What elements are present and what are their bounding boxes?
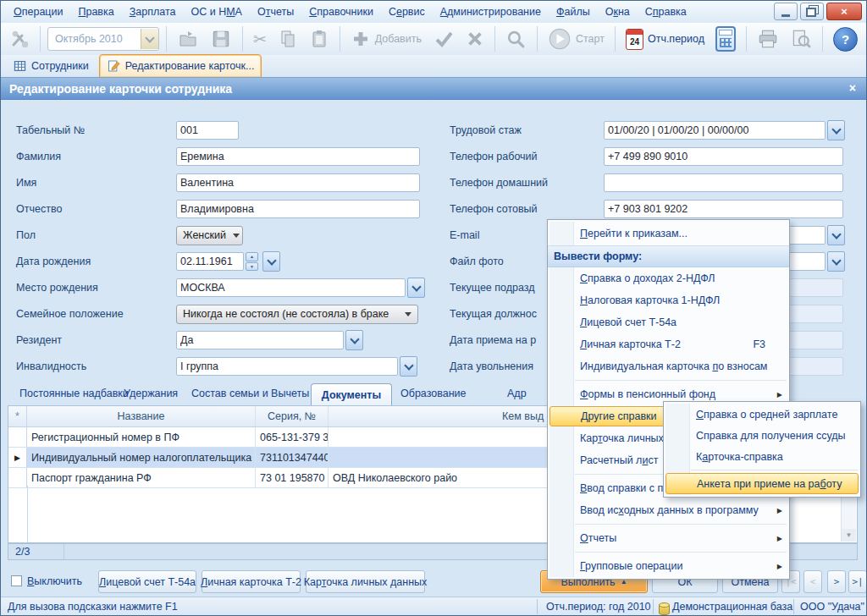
preview-button[interactable] bbox=[787, 28, 815, 50]
disable-checkbox[interactable] bbox=[11, 575, 22, 586]
menu-item-individual-card[interactable]: Индивидуальная карточка по взносам bbox=[548, 355, 789, 377]
cut-button[interactable]: ✂ bbox=[250, 30, 270, 49]
menu-fixed-assets[interactable]: ОС и НМА bbox=[183, 3, 249, 21]
menu-windows[interactable]: Окна bbox=[598, 3, 638, 21]
resident-input[interactable] bbox=[176, 331, 344, 349]
disable-checkbox-label[interactable]: Выключить bbox=[27, 575, 82, 587]
resident-dropdown-button[interactable] bbox=[345, 330, 363, 350]
name-column-header[interactable]: Название bbox=[27, 406, 256, 426]
detail-tab-documents[interactable]: Документы bbox=[311, 383, 392, 405]
photo-file-dropdown-button[interactable] bbox=[827, 251, 845, 272]
spin-up-icon[interactable]: ▲ bbox=[246, 252, 258, 261]
menu-administration[interactable]: Администрирование bbox=[433, 3, 549, 21]
menu-item-goto-orders[interactable]: Перейти к приказам... bbox=[548, 222, 789, 245]
submenu-item-card-certificate[interactable]: Карточка-справка bbox=[664, 446, 860, 467]
start-button[interactable]: Старт bbox=[544, 27, 608, 51]
menu-item-t54a[interactable]: Лицевой счет Т-54а bbox=[548, 311, 789, 333]
birthplace-dropdown-button[interactable] bbox=[407, 278, 425, 298]
panel-close-icon[interactable]: × bbox=[849, 81, 856, 95]
detail-tab-allowances[interactable]: Постоянные надбавки bbox=[19, 388, 129, 399]
period-selector[interactable]: Октябрь 2010 bbox=[47, 27, 159, 51]
menu-item-t2[interactable]: Личная карточка Т-2 F3 bbox=[548, 333, 789, 355]
nav-next-button[interactable]: > bbox=[827, 570, 846, 593]
tab-card-editing[interactable]: Редактирование карточк... bbox=[99, 54, 262, 78]
paste-button[interactable] bbox=[306, 28, 333, 50]
chevron-down-icon bbox=[267, 256, 276, 265]
menu-operations[interactable]: Операции bbox=[6, 3, 70, 21]
menu-item-reports[interactable]: Отчеты ▶ bbox=[548, 527, 789, 549]
birthdate-input[interactable] bbox=[176, 252, 244, 271]
menu-help[interactable]: Справка bbox=[638, 3, 694, 21]
status-separator bbox=[653, 599, 654, 614]
report-period-button[interactable]: 24 Отч.период bbox=[622, 29, 708, 50]
menu-item-label: Справка о доходах 2-НДФЛ bbox=[580, 272, 715, 284]
tab-employees[interactable]: Сотрудники bbox=[6, 55, 96, 77]
panel-titlebar: Редактирование карточки сотрудника × bbox=[1, 77, 866, 100]
search-button[interactable] bbox=[502, 29, 530, 50]
confirm-button[interactable] bbox=[429, 29, 458, 49]
menu-reports[interactable]: Отчеты bbox=[250, 3, 301, 21]
minimize-button[interactable] bbox=[774, 3, 798, 20]
scroll-down-icon[interactable]: ▼ bbox=[842, 529, 856, 542]
nav-last-button[interactable]: >| bbox=[848, 570, 867, 593]
menu-item-2ndfl[interactable]: Справка о доходах 2-НДФЛ bbox=[548, 267, 789, 289]
print-button[interactable] bbox=[754, 28, 782, 50]
chevron-down-icon bbox=[411, 282, 421, 291]
menu-salary[interactable]: Зарплата bbox=[122, 3, 184, 21]
detail-tab-family[interactable]: Состав семьи и Вычеты bbox=[191, 388, 309, 399]
marital-status-combo[interactable]: Никогда не состоял (не состояла) в браке bbox=[176, 305, 418, 324]
birthplace-input[interactable] bbox=[176, 278, 406, 297]
help-button[interactable]: ? bbox=[830, 27, 861, 52]
save-button[interactable] bbox=[207, 28, 235, 50]
delete-button[interactable] bbox=[462, 30, 488, 48]
personal-data-card-label: Карточка личных данных bbox=[304, 576, 428, 588]
menu-directories[interactable]: Справочники bbox=[301, 3, 381, 21]
menu-item-1ndfl[interactable]: Налоговая карточка 1-НДФЛ bbox=[548, 289, 789, 311]
detail-tab-deductions[interactable]: Удержания bbox=[124, 388, 178, 399]
disability-input[interactable] bbox=[176, 357, 398, 376]
detail-tab-address[interactable]: Адр bbox=[507, 388, 527, 399]
record-counter: 2/3 bbox=[8, 544, 64, 559]
spin-down-icon[interactable]: ▼ bbox=[246, 262, 258, 272]
home-phone-input[interactable] bbox=[604, 173, 843, 192]
disability-dropdown-button[interactable] bbox=[400, 356, 417, 377]
menu-item-label: Анкета при приеме на работу bbox=[697, 478, 842, 490]
add-button[interactable]: Добавить bbox=[347, 29, 425, 49]
open-button[interactable] bbox=[174, 29, 202, 49]
menu-edit[interactable]: Правка bbox=[70, 3, 121, 21]
restore-button[interactable] bbox=[800, 3, 824, 20]
mobile-phone-input[interactable] bbox=[604, 200, 843, 218]
lastname-input[interactable] bbox=[176, 147, 420, 166]
middlename-input[interactable] bbox=[176, 200, 420, 218]
email-dropdown-button[interactable] bbox=[827, 225, 845, 245]
work-phone-input[interactable] bbox=[604, 147, 843, 166]
menu-item-group-operations[interactable]: Групповые операции ▶ bbox=[548, 555, 789, 577]
submenu-item-hiring-questionnaire[interactable]: Анкета при приеме на работу bbox=[665, 473, 859, 494]
menu-files[interactable]: Файлы bbox=[549, 3, 598, 21]
submenu-item-loan-certificate[interactable]: Справка для получения ссуды bbox=[664, 425, 860, 446]
detail-tab-education[interactable]: Образование bbox=[400, 388, 466, 399]
close-button[interactable]: × bbox=[826, 3, 862, 20]
menu-item-label: Справка о средней зарплате bbox=[696, 409, 837, 421]
seniority-dropdown-button[interactable] bbox=[827, 120, 845, 140]
tab-number-input[interactable] bbox=[176, 121, 239, 140]
submenu-item-average-salary[interactable]: Справка о средней зарплате bbox=[664, 404, 860, 425]
tools-button[interactable] bbox=[6, 29, 33, 49]
personal-card-t2-button[interactable]: Личная карточка Т-2 bbox=[202, 570, 301, 593]
period-dropdown-button[interactable] bbox=[141, 29, 158, 49]
gender-value: Женский bbox=[183, 229, 226, 241]
birthdate-stepper[interactable]: ▲ ▼ bbox=[246, 252, 258, 271]
serial-column-header[interactable]: Серия, № bbox=[256, 406, 329, 426]
personal-account-t54a-button[interactable]: Лицевой счет Т-54а bbox=[98, 570, 196, 593]
menu-service[interactable]: Сервис bbox=[381, 3, 433, 21]
firstname-input[interactable] bbox=[176, 173, 420, 192]
personal-data-card-button[interactable]: Карточка личных данных bbox=[306, 570, 425, 593]
copy-button[interactable] bbox=[274, 28, 301, 50]
menu-item-initial-data-entry[interactable]: Ввод исходных данных в программу ▶ bbox=[548, 499, 789, 521]
open-folder-icon bbox=[177, 29, 199, 49]
gender-combo[interactable]: Женский bbox=[176, 226, 243, 245]
birthdate-dropdown-button[interactable] bbox=[262, 251, 280, 272]
seniority-input[interactable] bbox=[604, 121, 826, 140]
nav-prev-button[interactable]: < bbox=[803, 570, 822, 593]
calculator-button[interactable] bbox=[712, 26, 739, 52]
